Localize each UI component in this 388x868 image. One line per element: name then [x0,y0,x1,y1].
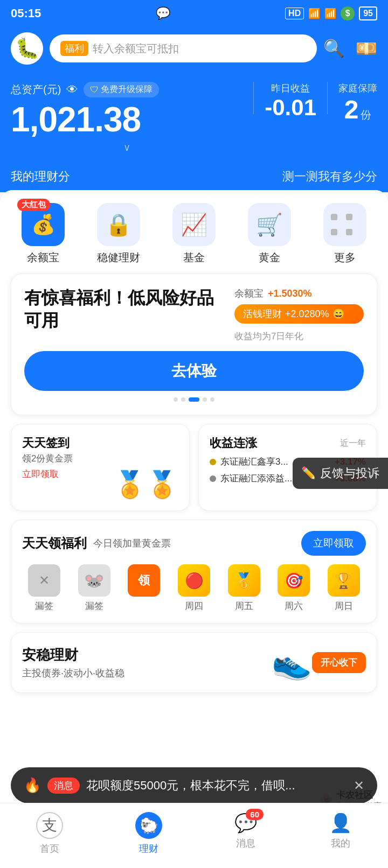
toast-close-button[interactable]: ✕ [354,778,364,793]
cal-day-3[interactable]: 领 [122,564,167,612]
battery: 95 [359,6,377,20]
feedback-icon: ✏️ [301,466,316,480]
cal-day-6: 🎯 周六 [272,564,316,612]
dot-5 [210,397,214,402]
search-icon[interactable]: 🔍 [323,38,345,59]
assets-divider [253,82,254,114]
feedback-button[interactable]: ✏️ 反馈与投诉 [293,458,388,489]
home-icon: 支 [36,812,63,839]
cal-day-1: ✕ 漏签 [22,564,67,612]
status-bar: 05:15 💬 HD 📶 📶 $ 95 [0,0,388,27]
promo-dots [24,397,364,402]
tab-profile-label: 我的 [331,837,350,850]
toast-text: 花呗额度55000元，根本花不完，借呗... [86,778,347,794]
cal-day-7: 🏆 周日 [321,564,366,612]
stable-icon: 🔒 [97,203,140,246]
main-content: 💰 大红包 余额宝 🔒 稳健理财 📈 基金 🛒 黄金 更多 [0,190,388,809]
tab-profile[interactable]: 👤 我的 [329,812,352,855]
promo-title: 有惊喜福利！低风险好品可用 [24,287,226,332]
cal-day-4: 🔴 周四 [172,564,217,612]
calendar-row: ✕ 漏签 🐭 漏签 领 🔴 周四 🥇 周五 🎯 周六 [22,564,366,612]
nav-label-yebao: 余额宝 [27,250,59,265]
cal-day-2: 🐭 漏签 [72,564,117,612]
promo-right: 余额宝 +1.5030% 活钱理财 +2.0280% 😄 收益均为7日年化 [234,287,364,342]
feedback-label: 反馈与投诉 [320,465,379,481]
nav-label-more: 更多 [334,250,356,265]
assets-expand[interactable]: ∨ [11,139,242,156]
cal-icon-2: 🐭 [78,564,110,597]
nav-label-gold: 黄金 [259,250,280,265]
assets-left: 总资产(元) 👁 🛡 免费升级保障 1,021.38 ∨ [11,82,242,156]
sign-in-title: 天天签到 [22,435,178,451]
red-badge: 大红包 [17,199,50,211]
dollar-icon: $ [341,6,355,20]
stable-section[interactable]: 安稳理财 主投债券·波动小·收益稳 👟 开心收下 [11,632,377,693]
dot-4 [203,397,207,402]
tab-home[interactable]: 支 首页 [36,812,63,855]
fund-icon: 📈 [172,203,216,246]
cal-icon-3: 领 [128,564,160,597]
gain-dot-2 [210,475,216,482]
nav-item-gold[interactable]: 🛒 黄金 [248,203,291,265]
stable-badge[interactable]: 开心收下 [312,652,366,673]
assets-section: 总资产(元) 👁 🛡 免费升级保障 1,021.38 ∨ 昨日收益 -0.01 … [0,73,388,161]
dot-1 [174,397,178,402]
nav-item-stable[interactable]: 🔒 稳健理财 [97,203,140,265]
cal-day-5: 🥇 周五 [221,564,266,612]
bottom-nav: 支 首页 🐑 理财 💬 60 消息 👤 我的 [0,803,388,868]
search-tag: 福利 [60,41,88,56]
stable-icon: 👟 [272,643,312,682]
toast-tag: 消息 [47,778,80,794]
message-badge: 60 [246,809,264,820]
tab-message[interactable]: 💬 60 消息 [234,812,257,855]
finance-score-action[interactable]: 测一测我有多少分 [282,169,377,185]
dot-2 [181,397,185,402]
cal-label-6: 周六 [285,600,303,612]
tab-finance[interactable]: 🐑 理财 [135,812,162,855]
eye-icon[interactable]: 👁 [66,83,78,97]
assets-label: 总资产(元) 👁 🛡 免费升级保障 [11,82,242,97]
search-bar[interactable]: 福利 转入余额宝可抵扣 [50,34,317,62]
assets-yesterday: 昨日收益 -0.01 [265,82,316,121]
finance-score-label: 我的理财分 [11,169,70,185]
cal-icon-4: 🔴 [178,564,210,597]
gold-icon: 🛒 [248,203,291,246]
nav-label-fund: 基金 [183,250,205,265]
stable-desc: 主投债券·波动小·收益稳 [22,667,272,680]
gain-dot-1 [210,459,216,465]
wallet-icon[interactable]: 💴 [356,38,377,59]
welfare-sub: 今日领加量黄金票 [93,537,171,550]
cal-icon-6: 🎯 [278,564,310,597]
nav-item-yebao[interactable]: 💰 大红包 余额宝 [22,203,65,265]
header-icons: 🔍 💴 [323,38,377,59]
cal-label-5: 周五 [235,600,253,612]
cal-icon-7: 🏆 [328,564,360,597]
promo-left: 有惊喜福利！低风险好品可用 [24,287,226,342]
finance-score-bar[interactable]: 我的理财分 测一测我有多少分 [0,161,388,192]
shield-badge[interactable]: 🛡 免费升级保障 [84,82,159,97]
sign-in-card[interactable]: 天天签到 领2份黄金票 立即领取 🏅🏅 [11,424,190,511]
cal-label-7: 周日 [335,600,353,612]
cal-icon-1: ✕ [28,564,60,597]
stable-title: 安稳理财 [22,646,272,664]
welfare-section: 天天领福利 今日领加量黄金票 立即领取 ✕ 漏签 🐭 漏签 领 🔴 周四 🥇 [11,520,377,624]
cal-label-2: 漏签 [85,600,103,612]
finance-icon: 🐑 [135,812,162,839]
welfare-title: 天天领福利 [22,535,87,552]
wechat-icon: 💬 [156,6,170,20]
app-logo[interactable]: 🐛 [11,32,43,65]
rate-note: 收益均为7日年化 [234,330,364,342]
wifi-icon: 📶 [308,8,320,19]
nav-item-more[interactable]: 更多 [323,203,366,265]
welfare-header: 天天领福利 今日领加量黄金票 立即领取 [22,531,366,556]
nav-item-fund[interactable]: 📈 基金 [172,203,216,265]
assets-amount: 1,021.38 [11,100,242,139]
rate-badge: 活钱理财 +2.0280% 😄 [234,304,364,324]
sign-in-sub: 领2份黄金票 [22,452,178,465]
experience-button[interactable]: 去体验 [24,351,364,391]
tab-finance-label: 理财 [139,842,158,855]
welfare-button[interactable]: 立即领取 [301,531,366,556]
more-icon [323,203,366,246]
signal-icon: 📶 [324,8,336,19]
gains-period: 近一年 [340,438,366,449]
